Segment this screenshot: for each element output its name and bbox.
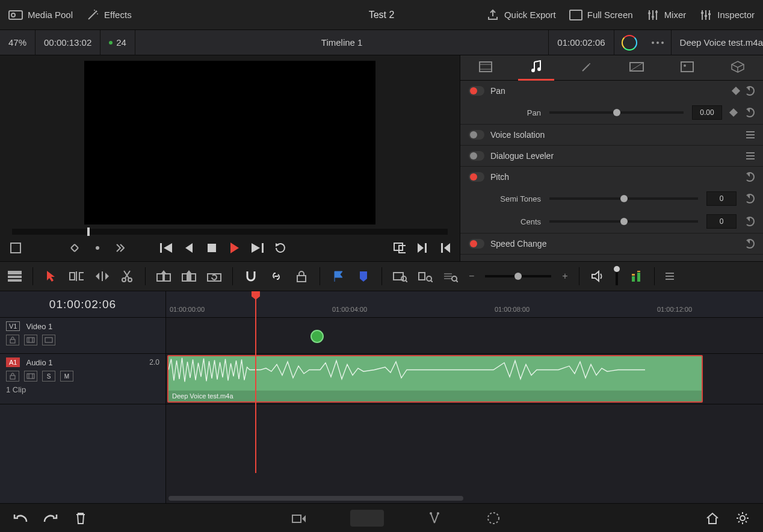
viewer-zoom[interactable]: 47% (0, 30, 36, 55)
viewer-options-button[interactable] (652, 42, 664, 44)
next-clip-button[interactable] (416, 242, 428, 254)
tab-effects[interactable] (569, 55, 605, 81)
semi-tones-slider[interactable] (549, 197, 698, 200)
inspector-button[interactable]: Inspector (699, 8, 755, 22)
zoom-in-button[interactable]: + (562, 271, 567, 282)
v1-visible-button[interactable] (42, 335, 55, 345)
home-button[interactable] (704, 510, 721, 527)
replace-clip-button[interactable] (207, 269, 221, 283)
a1-mute-button[interactable]: M (60, 371, 73, 382)
pan-toggle[interactable] (469, 86, 484, 96)
overwrite-clip-button[interactable] (182, 269, 196, 283)
pan-slider[interactable] (549, 111, 684, 114)
cents-slider[interactable] (549, 220, 698, 223)
mute-button[interactable] (590, 269, 605, 283)
marker-button[interactable] (356, 269, 371, 283)
semi-tones-value[interactable]: 0 (706, 191, 737, 206)
cents-value[interactable]: 0 (706, 214, 737, 229)
timeline-h-scrollbar[interactable] (166, 496, 763, 502)
voice-isolation-menu[interactable] (746, 131, 755, 138)
selection-tool[interactable] (44, 269, 58, 283)
prev-frame-button[interactable] (91, 242, 103, 254)
prev-marker-button[interactable] (69, 242, 81, 254)
timeline-options-menu[interactable] (666, 273, 674, 280)
zoom-detail-button[interactable] (418, 269, 433, 283)
scrub-thumb[interactable] (87, 227, 90, 236)
loop-button[interactable] (274, 242, 286, 254)
meter-icon[interactable] (629, 269, 643, 283)
blade-tool[interactable] (120, 269, 134, 283)
media-pool-button[interactable]: Media Pool (8, 9, 73, 21)
pan-reset-button[interactable] (745, 86, 755, 96)
dialogue-leveler-toggle[interactable] (469, 151, 484, 161)
dialogue-leveler-menu[interactable] (746, 152, 755, 159)
effects-button[interactable]: Effects (86, 8, 132, 22)
full-screen-button[interactable]: Full Screen (569, 10, 633, 20)
zoom-full-button[interactable] (393, 269, 407, 283)
next-marker-button[interactable] (114, 242, 126, 254)
timeline-view-icon[interactable] (7, 269, 22, 283)
edit-page-button[interactable] (350, 510, 384, 527)
tab-image[interactable] (669, 55, 705, 81)
fusion-page-button[interactable] (426, 510, 443, 527)
dynamic-trim-tool[interactable] (94, 269, 109, 283)
pan-value-keyframe[interactable] (729, 108, 738, 117)
audio-track-badge[interactable]: A1 (6, 357, 20, 367)
pitch-reset-button[interactable] (745, 172, 755, 182)
timeline-canvas[interactable]: 01:00:00:00 01:00:04:00 01:00:08:00 01:0… (166, 291, 763, 503)
quick-export-button[interactable]: Quick Export (486, 8, 556, 22)
pan-value[interactable]: 0.00 (692, 105, 722, 120)
tab-video[interactable] (468, 55, 504, 81)
a1-auto-select[interactable] (24, 371, 37, 382)
color-page-button[interactable] (485, 510, 502, 527)
pitch-toggle[interactable] (469, 172, 484, 182)
play-button[interactable] (229, 242, 241, 254)
lock-toggle[interactable] (294, 269, 309, 283)
pan-keyframe-button[interactable] (732, 87, 740, 95)
prev-clip-button[interactable] (439, 242, 451, 254)
go-start-button[interactable] (160, 242, 172, 254)
reverse-play-button[interactable] (183, 242, 195, 254)
speed-change-reset[interactable] (745, 239, 755, 249)
timeline-name[interactable]: Timeline 1 (135, 37, 548, 48)
insert-clip-button[interactable] (156, 269, 171, 283)
cents-reset[interactable] (745, 217, 755, 226)
viewer-area[interactable] (0, 55, 460, 225)
zoom-slider[interactable] (485, 275, 551, 277)
voice-isolation-toggle[interactable] (469, 130, 484, 140)
speed-change-toggle[interactable] (469, 239, 484, 249)
undo-button[interactable] (12, 510, 29, 527)
link-toggle[interactable] (269, 269, 283, 283)
tab-transition[interactable] (619, 55, 655, 81)
zoom-custom-button[interactable] (443, 269, 458, 283)
zoom-out-button[interactable]: − (469, 271, 474, 282)
trim-tool[interactable] (69, 269, 84, 283)
a1-solo-button[interactable]: S (42, 371, 55, 382)
audio-clip[interactable]: Deep Voice test.m4a (167, 355, 703, 403)
cut-page-button[interactable] (291, 510, 308, 527)
audio-track-gain[interactable]: 2.0 (149, 358, 159, 367)
v1-lock-button[interactable] (6, 335, 19, 345)
viewer-timecode[interactable]: 01:00:02:06 (548, 30, 614, 55)
mixer-button[interactable]: Mixer (646, 8, 687, 22)
a1-lock-button[interactable] (6, 371, 19, 382)
dim-slider[interactable] (616, 267, 618, 285)
playhead[interactable] (255, 291, 256, 473)
delete-button[interactable] (72, 510, 89, 527)
semi-tones-reset[interactable] (745, 194, 755, 203)
tab-audio[interactable] (518, 55, 554, 81)
ai-sparkle-icon[interactable] (622, 35, 637, 51)
video-track-badge[interactable]: V1 (6, 321, 20, 331)
snap-toggle[interactable] (244, 269, 258, 283)
v1-auto-select[interactable] (24, 335, 37, 345)
viewer-scrubber[interactable] (12, 229, 448, 235)
go-end-button[interactable] (252, 242, 264, 254)
stop-button[interactable] (206, 242, 218, 254)
tab-file[interactable] (720, 55, 756, 81)
redo-button[interactable] (42, 510, 59, 527)
flag-button[interactable] (331, 269, 345, 283)
crop-tool-icon[interactable] (8, 241, 23, 255)
pan-value-reset[interactable] (745, 108, 755, 117)
match-frame-button[interactable] (394, 242, 406, 254)
timeline-timecode[interactable]: 01:00:02:06 (0, 291, 165, 318)
